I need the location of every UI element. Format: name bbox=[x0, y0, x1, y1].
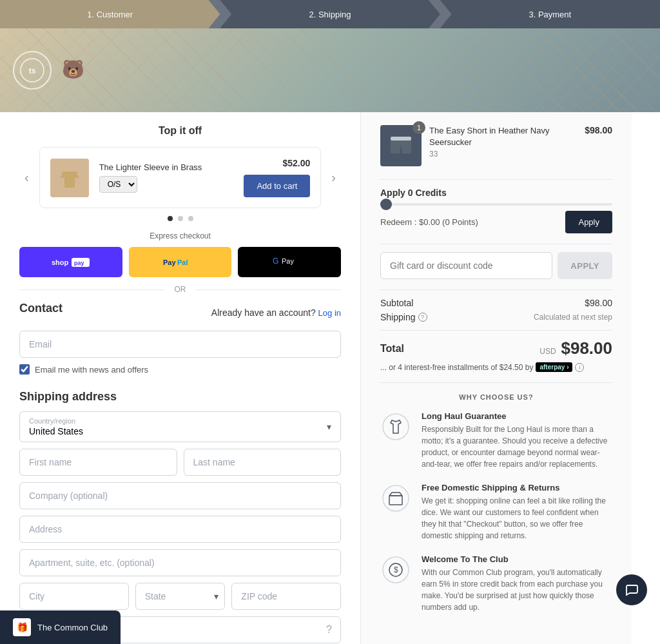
paypal-button[interactable]: Pay Pal bbox=[129, 247, 232, 277]
or-divider: OR bbox=[19, 285, 341, 294]
why-icon-coin: $ bbox=[380, 554, 411, 585]
state-select[interactable]: State bbox=[135, 583, 226, 610]
upsell-price: $52.00 bbox=[283, 158, 311, 168]
hero-logos: ts 🐻 bbox=[13, 51, 101, 90]
credits-slider[interactable] bbox=[380, 203, 612, 206]
shipping-info-icon: ? bbox=[418, 313, 427, 322]
company-group bbox=[19, 482, 341, 509]
city-input[interactable] bbox=[19, 583, 129, 610]
upsell-size-select[interactable]: O/S bbox=[99, 176, 137, 193]
why-desc-1: We get it: shopping online can feel a bi… bbox=[422, 495, 612, 542]
carousel-dots bbox=[19, 216, 341, 221]
upsell-card: The Lighter Sleeve in Brass O/S $52.00 A… bbox=[39, 147, 322, 208]
newsletter-label: Email me with news and offers bbox=[35, 365, 148, 375]
common-club-bar[interactable]: 🎁 The Common Club bbox=[0, 610, 121, 644]
country-select[interactable]: United States bbox=[20, 425, 340, 442]
express-label: Express checkout bbox=[19, 231, 341, 240]
newsletter-checkbox[interactable] bbox=[19, 364, 30, 375]
divider-5 bbox=[380, 382, 612, 383]
svg-rect-12 bbox=[391, 137, 411, 141]
state-wrapper: State ▾ bbox=[135, 583, 226, 610]
shipping-label: Shipping bbox=[380, 312, 416, 322]
carousel-dot-3 bbox=[188, 216, 193, 221]
cart-item-details: The Easy Short in Heather Navy Seersucke… bbox=[429, 125, 577, 159]
why-choose-us-section: WHY CHOOSE US? Long Haul Guarantee Respo… bbox=[380, 393, 612, 613]
svg-text:G: G bbox=[273, 257, 278, 266]
subtotal-label: Subtotal bbox=[380, 298, 413, 308]
why-heading-1: Free Domestic Shipping & Returns bbox=[422, 483, 612, 493]
first-name-input[interactable] bbox=[19, 449, 177, 476]
progress-step-shipping[interactable]: 2. Shipping bbox=[220, 0, 440, 28]
phone-help-icon[interactable]: ? bbox=[326, 624, 332, 636]
discount-apply-button[interactable]: APPLY bbox=[558, 252, 612, 279]
subtotal-value: $98.00 bbox=[585, 298, 612, 308]
why-heading-0: Long Haul Guarantee bbox=[422, 411, 612, 421]
afterpay-logo: afterpay › bbox=[536, 362, 572, 372]
afterpay-info-icon: i bbox=[575, 363, 584, 372]
login-link[interactable]: Log in bbox=[318, 308, 341, 318]
bear-logo: 🐻 bbox=[62, 55, 101, 86]
carousel-next[interactable]: › bbox=[326, 165, 341, 190]
common-club-icon: 🎁 bbox=[13, 618, 31, 636]
upsell-title: Top it off bbox=[19, 125, 341, 137]
cart-item: 1 The Easy Short in Heather Navy Seersuc… bbox=[380, 125, 612, 166]
discount-input[interactable] bbox=[380, 252, 552, 279]
company-input[interactable] bbox=[19, 482, 341, 509]
upsell-info: The Lighter Sleeve in Brass O/S bbox=[99, 162, 234, 193]
afterpay-text: ... or 4 interest-free installments of $… bbox=[380, 363, 533, 372]
credits-slider-thumb bbox=[380, 199, 392, 210]
contact-heading: Contact bbox=[19, 302, 63, 315]
carousel-prev[interactable]: ‹ bbox=[19, 165, 34, 190]
svg-text:ts: ts bbox=[29, 66, 36, 75]
progress-step-label: 3. Payment bbox=[529, 10, 571, 19]
total-row: Total USD $98.00 bbox=[380, 338, 612, 358]
svg-text:pay: pay bbox=[74, 260, 84, 266]
svg-text:Pay: Pay bbox=[282, 257, 294, 265]
total-amount: USD $98.00 bbox=[539, 338, 612, 358]
why-icon-shirt bbox=[380, 411, 411, 442]
upsell-item-name: The Lighter Sleeve in Brass bbox=[99, 162, 234, 172]
already-text: Already have an account? bbox=[211, 307, 316, 318]
credits-apply-button[interactable]: Apply bbox=[565, 211, 612, 233]
shipping-info: Shipping ? bbox=[380, 312, 427, 322]
shipping-row: Shipping ? Calculated at next step bbox=[380, 312, 612, 322]
svg-point-13 bbox=[383, 414, 409, 440]
why-heading-2: Welcome To The Club bbox=[422, 554, 612, 564]
progress-step-customer[interactable]: 1. Customer bbox=[0, 0, 220, 28]
last-name-input[interactable] bbox=[184, 449, 342, 476]
name-row bbox=[19, 449, 341, 476]
redeem-row: Redeem : $0.00 (0 Points) Apply bbox=[380, 211, 612, 233]
add-to-cart-button[interactable]: Add to cart bbox=[244, 175, 310, 197]
svg-text:Pal: Pal bbox=[177, 259, 188, 266]
svg-text:Pay: Pay bbox=[163, 259, 176, 266]
cart-item-name: The Easy Short in Heather Navy Seersucke… bbox=[429, 125, 577, 148]
svg-text:$: $ bbox=[394, 565, 398, 574]
carousel-dot-2 bbox=[178, 216, 183, 221]
city-state-zip-row: State ▾ bbox=[19, 583, 341, 610]
login-prompt: Already have an account? Log in bbox=[211, 307, 341, 318]
progress-step-payment[interactable]: 3. Payment bbox=[440, 0, 660, 28]
address-input[interactable] bbox=[19, 516, 341, 543]
ts-logo: ts bbox=[13, 51, 52, 90]
why-item-1: Free Domestic Shipping & Returns We get … bbox=[380, 483, 612, 542]
apt-input[interactable] bbox=[19, 549, 341, 576]
address-group bbox=[19, 516, 341, 543]
chat-button[interactable] bbox=[616, 574, 647, 605]
total-price: $98.00 bbox=[561, 338, 612, 358]
why-desc-0: Responsibly Built for the Long Haul is m… bbox=[422, 424, 612, 470]
express-checkout-buttons: shop pay Pay Pal G Pay bbox=[19, 247, 341, 277]
why-desc-2: With our Common Club program, you'll aut… bbox=[422, 567, 612, 613]
cart-item-image: 1 bbox=[380, 125, 422, 166]
why-icon-box bbox=[380, 483, 411, 514]
shopify-pay-button[interactable]: shop pay bbox=[19, 247, 122, 277]
email-input[interactable] bbox=[19, 331, 341, 358]
shipping-heading: Shipping address bbox=[19, 390, 341, 404]
gpay-button[interactable]: G Pay bbox=[238, 247, 341, 277]
zip-input[interactable] bbox=[231, 583, 341, 610]
svg-text:shop: shop bbox=[52, 259, 69, 266]
credits-label: Apply 0 Credits bbox=[380, 188, 612, 198]
svg-text:🐻: 🐻 bbox=[62, 59, 84, 80]
divider-2 bbox=[380, 244, 612, 244]
upsell-image bbox=[50, 159, 89, 197]
hero-banner: ts 🐻 bbox=[0, 28, 660, 112]
